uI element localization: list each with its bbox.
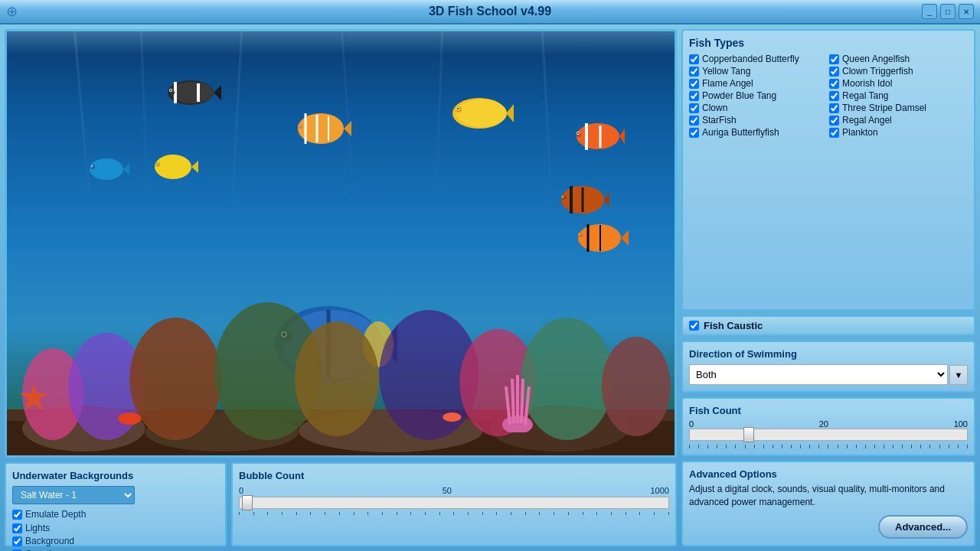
fish-starfish-label[interactable]: StarFish: [702, 115, 737, 126]
direction-dropdown-arrow[interactable]: ▼: [949, 365, 968, 385]
fish-count-ticks: [689, 445, 968, 448]
light-ray: [433, 31, 443, 246]
fish-item-moorish-idol: Moorish Idol: [829, 78, 968, 89]
fish-caustic-panel: Fish Caustic: [681, 315, 975, 336]
svg-point-46: [156, 163, 158, 165]
emulate-depth-label[interactable]: Emulate Depth: [25, 509, 86, 520]
fish-item-auriga: Auriga Butterflyfish: [689, 127, 828, 138]
anemone: [498, 371, 537, 432]
fish-dark-striped: [556, 181, 609, 219]
svg-point-84: [579, 233, 580, 235]
svg-point-10: [456, 99, 507, 127]
svg-marker-15: [619, 129, 625, 144]
fish-striped: [290, 108, 351, 150]
bubble-slider-labels: 0 50 1000: [239, 486, 669, 495]
fish-starfish-checkbox[interactable]: [689, 116, 699, 126]
fish-copperbanded-label[interactable]: Copperbanded Butterfly: [702, 54, 799, 64]
lights-label[interactable]: Lights: [25, 523, 50, 533]
minimize-button[interactable]: _: [922, 4, 937, 19]
fish-three-stripe-label[interactable]: Three Stripe Damsel: [842, 103, 926, 113]
fish-regal-tang-checkbox[interactable]: [829, 91, 839, 101]
bubble-max-label: 1000: [651, 486, 669, 495]
bubble-count-title: Bubble Count: [239, 470, 669, 481]
light-ray: [74, 31, 96, 260]
fish-flame-checkbox[interactable]: [689, 79, 699, 89]
fish-butterfly-bw: [160, 73, 221, 112]
emulate-depth-checkbox[interactable]: [12, 510, 22, 520]
fish-auriga-label[interactable]: Auriga Butterflyfish: [702, 127, 779, 138]
fish-yellow-label[interactable]: Yellow Tang: [702, 66, 750, 77]
background-label[interactable]: Background: [25, 536, 74, 546]
backgrounds-select[interactable]: Salt Water - 1 Salt Water - 2 Fresh Wate…: [12, 486, 135, 504]
title-controls[interactable]: _ □ ✕: [922, 4, 974, 19]
fish-clown-trig-checkbox[interactable]: [829, 67, 839, 77]
fish-plankton-checkbox[interactable]: [829, 128, 839, 138]
fish-plankton-label[interactable]: Plankton: [842, 127, 878, 138]
fish-count-panel: Fish Count 0 20 100: [681, 397, 975, 456]
advanced-button[interactable]: Advanced...: [878, 515, 968, 539]
fish-yellow-checkbox[interactable]: [689, 67, 699, 77]
fish-clown2-checkbox[interactable]: [689, 103, 699, 113]
bubble-count-slider[interactable]: [239, 497, 669, 509]
fish-item-queen-angelfish: Queen Angelfish: [829, 54, 968, 64]
bubble-ticks: [239, 512, 669, 515]
fish-yellow-small: [149, 150, 198, 184]
svg-point-2: [171, 82, 214, 103]
light-ray: [140, 31, 150, 246]
svg-point-13: [457, 108, 459, 109]
svg-point-69: [118, 412, 141, 425]
fish-regal-angel-checkbox[interactable]: [829, 116, 839, 126]
light-ray: [541, 31, 556, 269]
fish-item-powder-blue: Powder Blue Tang: [689, 90, 828, 101]
fish-small-1: [83, 154, 129, 184]
svg-marker-48: [604, 192, 609, 207]
emulate-depth-row: Emulate Depth: [12, 509, 219, 520]
lights-row: Lights: [12, 523, 74, 533]
aquarium-view: [5, 29, 677, 458]
maximize-button[interactable]: □: [940, 4, 956, 19]
close-button[interactable]: ✕: [959, 4, 974, 19]
svg-point-68: [602, 337, 671, 436]
lights-checkbox[interactable]: [12, 523, 22, 533]
fish-item-flame-angel: Flame Angel: [689, 78, 828, 89]
fish-three-stripe-checkbox[interactable]: [829, 103, 839, 113]
fish-item-clown-triggerfish: Clown Triggerfish: [829, 66, 968, 77]
fish-caustic-label[interactable]: Fish Caustic: [704, 320, 763, 331]
fish-powder-label[interactable]: Powder Blue Tang: [702, 90, 776, 101]
fish-clown-trig-label[interactable]: Clown Triggerfish: [842, 66, 913, 77]
main-area: Underwater Backgrounds Salt Water - 1 Sa…: [0, 24, 980, 551]
fish-count-slider[interactable]: [689, 429, 968, 441]
svg-point-41: [91, 165, 93, 167]
fish-queen-checkbox[interactable]: [829, 54, 839, 64]
fish-regal-angel-label[interactable]: Regal Angel: [842, 115, 892, 126]
svg-point-14: [577, 123, 619, 149]
fish-count-title: Fish Count: [689, 405, 968, 416]
fish-moorish-label[interactable]: Moorish Idol: [842, 78, 892, 89]
fish-auriga-checkbox[interactable]: [689, 128, 699, 138]
coral-decorations: [7, 302, 675, 455]
svg-marker-43: [191, 161, 198, 173]
fish-moorish-checkbox[interactable]: [829, 79, 839, 89]
background-checkbox[interactable]: [12, 536, 22, 546]
fish-item-yellow-tang: Yellow Tang: [689, 66, 828, 77]
fish-clown2-label[interactable]: Clown: [702, 103, 727, 113]
advanced-options-panel: Advanced Options Adjust a digital clock,…: [681, 461, 975, 546]
fish-powder-checkbox[interactable]: [689, 91, 699, 101]
fish-flame-label[interactable]: Flame Angel: [702, 78, 753, 89]
svg-point-42: [155, 155, 191, 179]
fish-caustic-checkbox[interactable]: [689, 321, 699, 331]
fish-item-starfish: StarFish: [689, 115, 828, 126]
fish-copperbanded-checkbox[interactable]: [689, 54, 699, 64]
fish-types-panel: Fish Types Copperbanded Butterfly Queen …: [681, 29, 975, 311]
fish-queen-label[interactable]: Queen Angelfish: [842, 54, 910, 64]
backgrounds-title: Underwater Backgrounds: [12, 470, 219, 481]
backgrounds-dropdown-container: Salt Water - 1 Salt Water - 2 Fresh Wate…: [12, 486, 219, 504]
title-icon-left: ⊕: [6, 3, 18, 20]
direction-title: Direction of Swimming: [689, 348, 968, 360]
svg-marker-71: [20, 384, 47, 410]
light-ray: [227, 31, 243, 276]
bubble-mid-label: 50: [443, 486, 452, 495]
direction-select[interactable]: Both Left Right: [689, 364, 948, 385]
advanced-description: Adjust a digital clock, sounds, visual q…: [689, 483, 968, 509]
fish-regal-tang-label[interactable]: Regal Tang: [842, 90, 889, 101]
